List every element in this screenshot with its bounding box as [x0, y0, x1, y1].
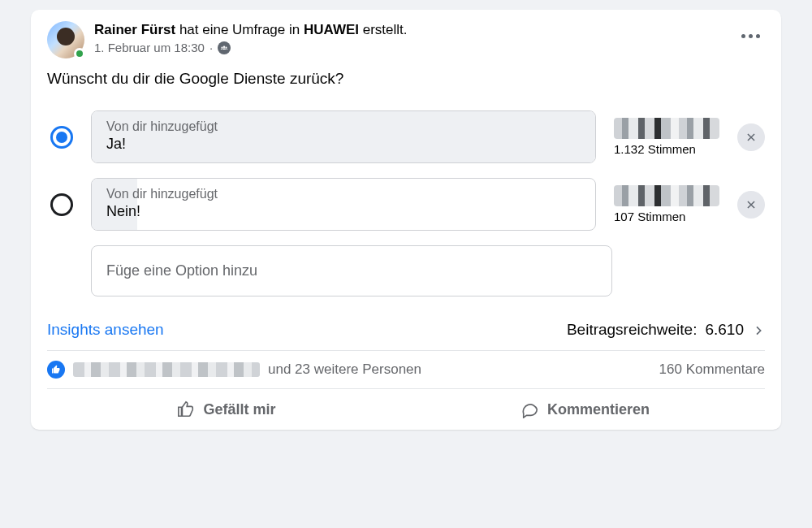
insights-row: Insights ansehen Beitragsreichweite: 6.6… — [47, 321, 765, 339]
byline-tail: erstellt. — [363, 22, 408, 37]
poll-option-box[interactable]: Von dir hinzugefügt Ja! — [91, 110, 596, 163]
author-avatar[interactable] — [47, 21, 84, 58]
author-link[interactable]: Rainer Fürst — [94, 22, 175, 37]
others-count: und 23 weitere Personen — [268, 361, 421, 378]
poll-option-box[interactable]: Von dir hinzugefügt Nein! — [91, 178, 596, 231]
post-timestamp[interactable]: 1. Februar um 18:30 — [94, 41, 205, 54]
reach-label: Beitragsreichweite: — [567, 321, 698, 339]
vote-count: 107 Stimmen — [614, 210, 719, 223]
thumbs-up-icon — [177, 400, 195, 418]
remove-option-button[interactable] — [737, 191, 765, 219]
like-icon — [47, 361, 65, 379]
reach-value: 6.610 — [705, 321, 744, 339]
poll-option-label: Nein! — [106, 203, 581, 220]
byline-verb: hat eine Umfrage in — [179, 22, 300, 37]
poll: Von dir hinzugefügt Ja! 1.132 Stimmen — [47, 110, 765, 296]
separator-dot: · — [209, 41, 213, 54]
presence-dot-icon — [74, 48, 85, 59]
poll-question: Wünscht du dir die Google Dienste zurück… — [47, 70, 765, 88]
reactor-names-redacted — [73, 362, 260, 377]
poll-option-addedby: Von dir hinzugefügt — [106, 187, 581, 201]
reactions-row: und 23 weitere Personen 160 Kommentare — [47, 351, 765, 388]
audience-group-icon[interactable] — [218, 41, 231, 54]
remove-option-button[interactable] — [737, 123, 765, 151]
post-card: Rainer Fürst hat eine Umfrage in HUAWEI … — [31, 10, 781, 430]
poll-radio[interactable] — [50, 126, 73, 149]
poll-option-row: Von dir hinzugefügt Nein! 107 Stimmen — [50, 178, 765, 231]
post-menu-button[interactable] — [736, 21, 765, 50]
comments-count[interactable]: 160 Kommentare — [659, 361, 765, 378]
reactions-summary[interactable]: und 23 weitere Personen — [47, 361, 421, 379]
voter-avatars[interactable] — [614, 118, 719, 139]
poll-radio[interactable] — [50, 193, 73, 216]
poll-option-row: Von dir hinzugefügt Ja! 1.132 Stimmen — [50, 110, 765, 163]
comment-icon — [521, 400, 539, 418]
voter-avatars[interactable] — [614, 185, 719, 206]
group-link[interactable]: HUAWEI — [304, 22, 359, 37]
view-insights-link[interactable]: Insights ansehen — [47, 321, 164, 339]
post-reach[interactable]: Beitragsreichweite: 6.610 — [567, 321, 765, 339]
comment-button[interactable]: Kommentieren — [406, 389, 765, 430]
poll-option-label: Ja! — [106, 136, 581, 153]
post-header: Rainer Fürst hat eine Umfrage in HUAWEI … — [47, 21, 765, 58]
post-byline: Rainer Fürst hat eine Umfrage in HUAWEI … — [94, 21, 726, 39]
vote-count: 1.132 Stimmen — [614, 142, 719, 156]
chevron-right-icon — [752, 323, 765, 336]
action-bar: Gefällt mir Kommentieren — [47, 389, 765, 430]
like-button[interactable]: Gefällt mir — [47, 389, 406, 430]
comment-label: Kommentieren — [547, 401, 650, 418]
add-option-input[interactable]: Füge eine Option hinzu — [91, 245, 612, 296]
poll-option-addedby: Von dir hinzugefügt — [106, 119, 581, 134]
like-label: Gefällt mir — [203, 401, 275, 418]
